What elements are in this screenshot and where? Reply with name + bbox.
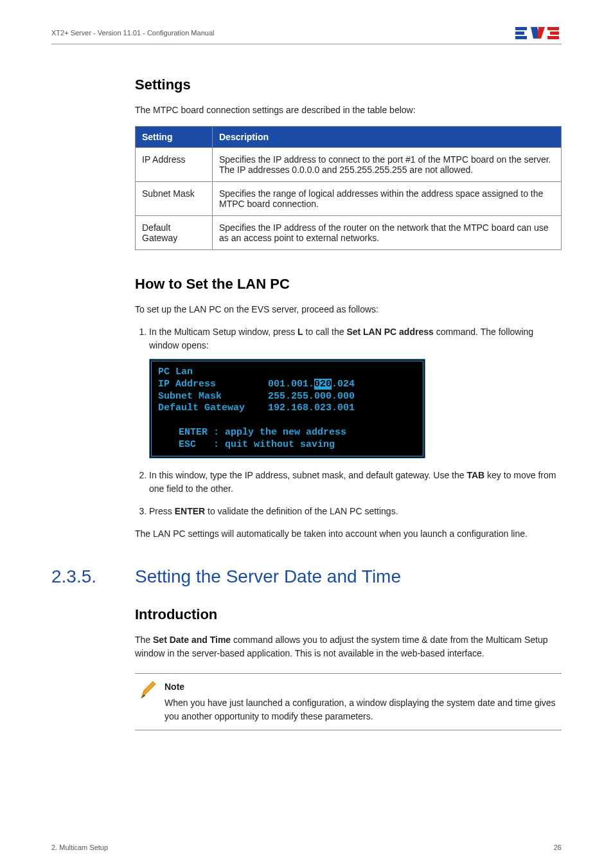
- lanpc-intro: To set up the LAN PC on the EVS server, …: [135, 303, 562, 316]
- page-header: XT2+ Server - Version 11.01 - Configurat…: [51, 26, 562, 44]
- lanpc-heading: How to Set the LAN PC: [135, 276, 562, 293]
- step-2: In this window, type the IP address, sub…: [149, 469, 562, 496]
- footer-right: 26: [554, 844, 562, 851]
- cell-desc: Specifies the IP address of the router o…: [213, 216, 562, 250]
- step-3: Press ENTER to validate the definition o…: [149, 505, 562, 518]
- intro-heading: Introduction: [135, 606, 562, 623]
- svg-rect-1: [515, 32, 524, 35]
- cell-name: IP Address: [136, 148, 213, 182]
- cell-name: Default Gateway: [136, 216, 213, 250]
- table-row: IP Address Specifies the IP address to c…: [136, 148, 562, 182]
- svg-rect-2: [515, 36, 527, 39]
- cell-desc: Specifies the range of logical addresses…: [213, 182, 562, 216]
- section-title: Setting the Server Date and Time: [135, 566, 401, 587]
- svg-marker-4: [537, 27, 545, 39]
- cell-desc: Specifies the IP address to connect to t…: [213, 148, 562, 182]
- evs-logo: [515, 26, 562, 40]
- settings-table: Setting Description IP Address Specifies…: [135, 126, 562, 250]
- col-description: Description: [213, 127, 562, 148]
- col-setting: Setting: [136, 127, 213, 148]
- settings-heading: Settings: [135, 77, 562, 93]
- terminal-window: PC Lan IP Address 001.001.020.024 Subnet…: [149, 359, 425, 458]
- svg-rect-6: [550, 32, 559, 35]
- cell-name: Subnet Mask: [136, 182, 213, 216]
- section-number: 2.3.5.: [51, 566, 116, 587]
- settings-intro: The MTPC board connection settings are d…: [135, 104, 562, 117]
- table-row: Default Gateway Specifies the IP address…: [136, 216, 562, 250]
- pencil-icon: [139, 679, 158, 705]
- intro-paragraph: The Set Date and Time command allows you…: [135, 633, 562, 660]
- section-heading-row: 2.3.5. Setting the Server Date and Time: [135, 566, 562, 587]
- note-body: When you have just launched a configurat…: [164, 696, 562, 723]
- note-title: Note: [164, 680, 562, 694]
- svg-rect-7: [547, 36, 559, 39]
- lanpc-closing: The LAN PC settings will automatically b…: [135, 527, 562, 541]
- svg-rect-0: [515, 27, 527, 30]
- step-1: In the Multicam Setup window, press L to…: [149, 325, 562, 458]
- page-footer: 2. Multicam Setup 26: [51, 844, 562, 851]
- footer-left: 2. Multicam Setup: [51, 844, 108, 851]
- table-row: Subnet Mask Specifies the range of logic…: [136, 182, 562, 216]
- note-block: Note When you have just launched a confi…: [135, 673, 562, 730]
- svg-rect-5: [547, 27, 559, 30]
- steps-list: In the Multicam Setup window, press L to…: [149, 325, 562, 518]
- header-text: XT2+ Server - Version 11.01 - Configurat…: [51, 29, 214, 37]
